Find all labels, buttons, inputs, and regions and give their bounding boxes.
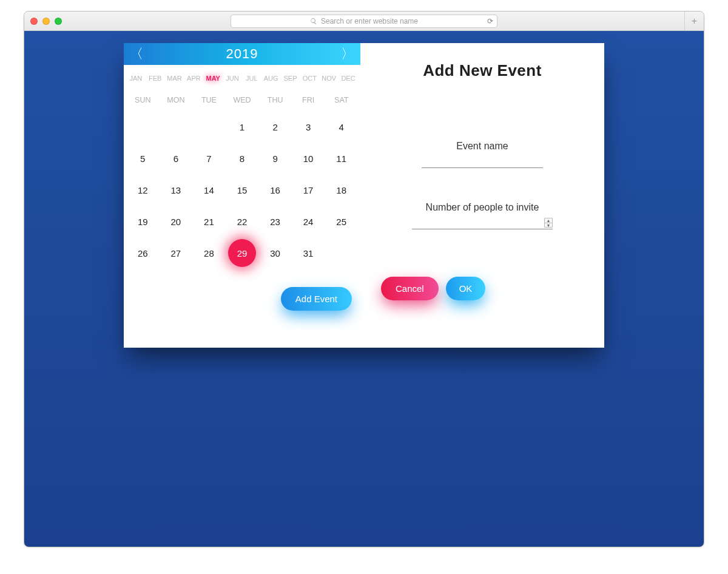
weekday-fri: FRI [292, 96, 325, 104]
ok-button[interactable]: OK [446, 277, 486, 300]
day-empty [192, 111, 226, 143]
weekday-wed: WED [226, 96, 259, 104]
day-6[interactable]: 6 [160, 143, 193, 174]
day-12[interactable]: 12 [126, 174, 160, 206]
reload-icon[interactable]: ⟳ [487, 17, 493, 25]
day-5[interactable]: 5 [126, 143, 160, 174]
event-form-pane: Add New Event Event name Number of peopl… [360, 43, 604, 348]
cancel-button[interactable]: Cancel [381, 277, 439, 300]
event-name-label: Event name [381, 141, 584, 152]
month-mar[interactable]: MAR [165, 75, 184, 82]
day-9[interactable]: 9 [258, 143, 292, 174]
page-viewport: 〈 2019 〉 JANFEBMARAPRMAYJUNJULAUGSEPOCTN… [24, 31, 704, 547]
month-may[interactable]: MAY [203, 75, 223, 82]
day-28[interactable]: 28 [192, 237, 226, 269]
event-name-input[interactable] [422, 153, 543, 168]
weekday-sun: SUN [126, 96, 160, 104]
month-sep[interactable]: SEP [281, 75, 300, 82]
day-24[interactable]: 24 [292, 206, 325, 237]
weekdays-row: SUNMONTUEWEDTHUFRISAT [124, 92, 360, 109]
invite-count-field: Number of people to invite ▲ ▼ [381, 202, 584, 229]
day-23[interactable]: 23 [258, 206, 292, 237]
next-year-button[interactable]: 〉 [341, 47, 354, 61]
new-tab-button[interactable]: + [684, 12, 704, 31]
day-15[interactable]: 15 [226, 174, 259, 206]
address-bar[interactable]: Search or enter website name ⟳ [231, 15, 497, 28]
day-3[interactable]: 3 [292, 111, 325, 143]
day-13[interactable]: 13 [160, 174, 193, 206]
day-25[interactable]: 25 [325, 206, 358, 237]
day-7[interactable]: 7 [192, 143, 226, 174]
stepper-down-icon[interactable]: ▼ [545, 223, 552, 228]
day-22[interactable]: 22 [226, 206, 259, 237]
month-aug[interactable]: AUG [261, 75, 281, 82]
day-11[interactable]: 11 [325, 143, 358, 174]
day-30[interactable]: 30 [258, 237, 292, 269]
month-jun[interactable]: JUN [223, 75, 242, 82]
month-dec[interactable]: DEC [339, 75, 358, 82]
stepper-up-icon[interactable]: ▲ [545, 218, 552, 223]
day-19[interactable]: 19 [126, 206, 160, 237]
day-4[interactable]: 4 [325, 111, 358, 143]
minimize-window-button[interactable] [42, 18, 50, 25]
event-form-title: Add New Event [381, 61, 584, 80]
day-2[interactable]: 2 [258, 111, 292, 143]
calendar-card: 〈 2019 〉 JANFEBMARAPRMAYJUNJULAUGSEPOCTN… [124, 43, 604, 348]
day-empty [126, 111, 160, 143]
day-26[interactable]: 26 [126, 237, 160, 269]
month-nov[interactable]: NOV [319, 75, 339, 82]
day-8[interactable]: 8 [226, 143, 259, 174]
day-1[interactable]: 1 [226, 111, 259, 143]
month-jan[interactable]: JAN [126, 75, 146, 82]
month-feb[interactable]: FEB [146, 75, 165, 82]
year-label: 2019 [226, 46, 258, 62]
weekday-sat: SAT [325, 96, 358, 104]
day-17[interactable]: 17 [292, 174, 325, 206]
add-event-button[interactable]: Add Event [281, 287, 352, 311]
search-icon [310, 18, 317, 25]
month-jul[interactable]: JUL [242, 75, 261, 82]
month-apr[interactable]: APR [184, 75, 203, 82]
address-bar-placeholder: Search or enter website name [321, 17, 418, 25]
weekday-tue: TUE [192, 96, 226, 104]
weekday-thu: THU [258, 96, 292, 104]
prev-year-button[interactable]: 〈 [130, 47, 143, 61]
event-name-field: Event name [381, 141, 584, 168]
browser-window: Search or enter website name ⟳ + 〈 2019 … [24, 11, 704, 547]
close-window-button[interactable] [30, 18, 38, 25]
months-row: JANFEBMARAPRMAYJUNJULAUGSEPOCTNOVDEC [124, 71, 360, 86]
day-29[interactable]: 29 [226, 237, 259, 269]
month-oct[interactable]: OCT [300, 75, 319, 82]
dialog-buttons: Cancel OK [381, 277, 584, 300]
invite-count-input[interactable] [412, 214, 553, 229]
quantity-stepper[interactable]: ▲ ▼ [544, 218, 553, 228]
titlebar: Search or enter website name ⟳ + [24, 12, 704, 31]
day-empty [160, 111, 193, 143]
invite-count-label: Number of people to invite [381, 202, 584, 213]
day-21[interactable]: 21 [192, 206, 226, 237]
calendar-pane: 〈 2019 〉 JANFEBMARAPRMAYJUNJULAUGSEPOCTN… [124, 43, 360, 348]
year-header: 〈 2019 〉 [124, 43, 360, 65]
day-10[interactable]: 10 [292, 143, 325, 174]
day-20[interactable]: 20 [160, 206, 193, 237]
day-27[interactable]: 27 [160, 237, 193, 269]
days-grid: 1234567891011121314151617181920212223242… [124, 111, 360, 269]
weekday-mon: MON [160, 96, 193, 104]
day-14[interactable]: 14 [192, 174, 226, 206]
day-31[interactable]: 31 [292, 237, 325, 269]
window-controls [30, 18, 62, 25]
maximize-window-button[interactable] [55, 18, 62, 25]
day-18[interactable]: 18 [325, 174, 358, 206]
day-16[interactable]: 16 [258, 174, 292, 206]
